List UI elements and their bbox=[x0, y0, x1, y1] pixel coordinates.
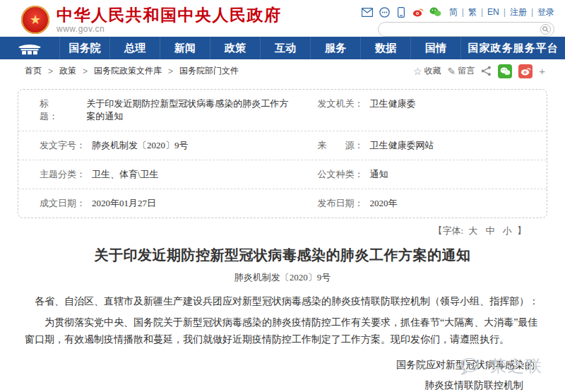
breadcrumb-row: 首页 > 政策 > 国务院政策文件库 > 国务院部门文件 ☆ 收藏 ✎ 留言 bbox=[0, 59, 565, 83]
breadcrumb-dept-documents[interactable]: 国务院部门文件 bbox=[179, 65, 239, 77]
link-separator: | bbox=[481, 7, 483, 17]
meta-value-title: 关于印发近期防控新型冠状病毒感染的肺炎工作方案的通知 bbox=[86, 97, 296, 123]
font-size-large[interactable]: 大 bbox=[468, 225, 477, 236]
search-icon[interactable] bbox=[540, 24, 551, 35]
lang-simplified-link[interactable]: 简 bbox=[449, 6, 458, 18]
meta-value-written-date: 2020年01月27日 bbox=[92, 197, 156, 210]
meta-label-doc-type: 公文种类： bbox=[317, 168, 363, 181]
quick-links-row: 简 | 繁 | EN | 注册 | 登录 bbox=[362, 6, 554, 18]
font-size-medium[interactable]: 中 bbox=[486, 225, 495, 236]
breadcrumb-separator: > bbox=[168, 66, 173, 76]
article-doc-number: 肺炎机制发〔2020〕9号 bbox=[25, 271, 540, 284]
share-wechat-button[interactable] bbox=[498, 64, 512, 78]
nav-item-news[interactable]: 新闻 bbox=[160, 37, 210, 59]
nav-item-premier[interactable]: 总理 bbox=[110, 37, 160, 59]
pencil-icon: ✎ bbox=[448, 66, 456, 76]
meta-value-source: 卫生健康委网站 bbox=[369, 139, 434, 152]
breadcrumb-home[interactable]: 首页 bbox=[25, 65, 42, 77]
more-share-button[interactable]: + bbox=[539, 65, 545, 77]
meta-label-source: 来 源： bbox=[317, 139, 363, 152]
page: ★ 中华人民共和国中央人民政府 www.gov.cn bbox=[0, 0, 565, 392]
breadcrumb-separator: > bbox=[83, 66, 88, 76]
breadcrumb-separator: > bbox=[48, 66, 53, 76]
wechat-icon bbox=[500, 67, 511, 76]
link-separator: | bbox=[462, 7, 464, 17]
nav-item-interact[interactable]: 互动 bbox=[261, 37, 311, 59]
share-icon bbox=[481, 66, 492, 76]
article-paragraph: 为贯彻落实党中央、国务院关于新型冠状病毒感染的肺炎疫情防控工作有关要求，抓住春节… bbox=[25, 314, 540, 348]
share-button[interactable] bbox=[481, 66, 492, 76]
national-emblem-logo: ★ bbox=[21, 6, 49, 34]
site-title: 中华人民共和国中央人民政府 bbox=[56, 6, 282, 24]
article-title: 关于印发近期防控新型冠状病毒感染的肺炎工作方案的通知 bbox=[25, 246, 540, 265]
mobile-icon[interactable] bbox=[396, 7, 408, 18]
login-link[interactable]: 登录 bbox=[537, 6, 554, 18]
meta-label-publish-date: 发布日期： bbox=[317, 197, 363, 210]
main-nav: 国务院 总理 新闻 政策 互动 服务 数据 国情 国家政务服务平台 bbox=[0, 37, 565, 59]
favorite-label: 收藏 bbox=[424, 65, 441, 77]
nav-item-gov-service-platform[interactable]: 国家政务服务平台 bbox=[461, 37, 565, 59]
meta-value-category: 卫生、体育\卫生 bbox=[92, 168, 159, 181]
nav-item-national[interactable]: 国情 bbox=[411, 37, 461, 59]
header-right: 简 | 繁 | EN | 注册 | 登录 bbox=[362, 3, 554, 37]
comment-label: 留言 bbox=[458, 65, 475, 77]
meta-label-issuing-org: 发文机关： bbox=[317, 97, 363, 110]
comment-button[interactable]: ✎ 留言 bbox=[448, 65, 475, 77]
meta-value-issuing-org: 卫生健康委 bbox=[369, 97, 415, 110]
register-link[interactable]: 注册 bbox=[510, 6, 527, 18]
nav-item-data[interactable]: 数据 bbox=[361, 37, 411, 59]
breadcrumb: 首页 > 政策 > 国务院政策文件库 > 国务院部门文件 bbox=[25, 65, 239, 77]
breadcrumb-policy[interactable]: 政策 bbox=[59, 65, 76, 77]
locale-account-links: 简 | 繁 | EN | 注册 | 登录 bbox=[449, 6, 554, 18]
nav-item-policy[interactable]: 政策 bbox=[210, 37, 261, 59]
nav-item-services[interactable]: 服务 bbox=[311, 37, 361, 59]
meta-row: 成文日期： 2020年01月27日 发布日期： 2020年 bbox=[18, 189, 547, 218]
meta-value-publish-date: 2020年 bbox=[369, 197, 397, 210]
share-weibo-button[interactable] bbox=[518, 64, 533, 78]
page-actions: ☆ 收藏 ✎ 留言 + bbox=[413, 64, 545, 78]
site-brand[interactable]: ★ 中华人民共和国中央人民政府 www.gov.cn bbox=[21, 3, 282, 37]
font-size-prefix: 【字体: bbox=[433, 225, 463, 236]
message-icon[interactable] bbox=[379, 7, 391, 18]
weibo-icon bbox=[521, 66, 531, 76]
star-icon: ☆ bbox=[413, 66, 422, 76]
article: 关于印发近期防控新型冠状病毒感染的肺炎工作方案的通知 肺炎机制发〔2020〕9号… bbox=[0, 246, 565, 392]
font-size-bar: 【字体: 大 中 小 】 bbox=[0, 218, 565, 237]
lang-english-link[interactable]: EN bbox=[487, 7, 499, 17]
mail-icon[interactable] bbox=[362, 7, 374, 18]
wechat-icon[interactable] bbox=[429, 7, 441, 18]
site-url[interactable]: www.gov.cn bbox=[56, 24, 282, 34]
font-size-small[interactable]: 小 bbox=[503, 225, 512, 236]
meta-label-doc-number: 发文字号： bbox=[40, 139, 85, 152]
search-input[interactable] bbox=[387, 25, 540, 35]
weibo-icon[interactable] bbox=[412, 7, 424, 18]
article-paragraph: 各省、自治区、直辖市及新疆生产建设兵团应对新型冠状病毒感染的肺炎疫情联防联控机制… bbox=[25, 293, 540, 310]
document-meta-table: 标 题： 关于印发近期防控新型冠状病毒感染的肺炎工作方案的通知 发文机关： 卫生… bbox=[18, 89, 547, 218]
font-size-suffix: 】 bbox=[517, 225, 526, 236]
meta-row: 标 题： 关于印发近期防控新型冠状病毒感染的肺炎工作方案的通知 发文机关： 卫生… bbox=[18, 90, 547, 131]
meta-value-doc-type: 通知 bbox=[369, 168, 388, 181]
meta-row: 主题分类： 卫生、体育\卫生 公文种类： 通知 bbox=[18, 160, 547, 189]
site-header: ★ 中华人民共和国中央人民政府 www.gov.cn bbox=[0, 0, 565, 37]
meta-row: 发文字号： 肺炎机制发〔2020〕9号 来 源： 卫生健康委网站 bbox=[18, 131, 547, 160]
signature-org-line1: 国务院应对新型冠状病毒感染的 bbox=[25, 359, 540, 372]
meta-label-title: 标 题： bbox=[40, 97, 80, 123]
search-box[interactable] bbox=[378, 22, 554, 37]
link-separator: | bbox=[531, 7, 533, 17]
signature-org-line2: 肺炎疫情联防联控机制 bbox=[25, 379, 540, 392]
meta-label-category: 主题分类： bbox=[40, 168, 85, 181]
breadcrumb-policy-library[interactable]: 国务院政策文件库 bbox=[94, 65, 162, 77]
nav-home-icon[interactable] bbox=[0, 37, 60, 59]
favorite-button[interactable]: ☆ 收藏 bbox=[413, 65, 441, 77]
nav-item-state-council[interactable]: 国务院 bbox=[60, 37, 110, 59]
meta-value-doc-number: 肺炎机制发〔2020〕9号 bbox=[92, 139, 189, 152]
lang-traditional-link[interactable]: 繁 bbox=[468, 6, 477, 18]
meta-label-written-date: 成文日期： bbox=[40, 197, 85, 210]
link-separator: | bbox=[504, 7, 506, 17]
